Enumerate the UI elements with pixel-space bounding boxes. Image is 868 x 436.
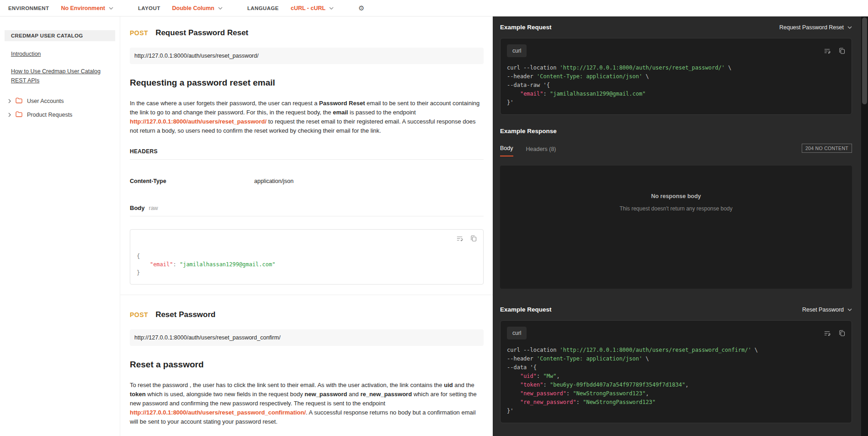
status-badge: 204 NO CONTENT	[802, 144, 852, 153]
layout-selector[interactable]: Double Column	[172, 5, 223, 11]
wrap-text-icon[interactable]	[824, 330, 831, 337]
sidebar-item-how-to-use[interactable]: How to Use Credmap User Catalog REST API…	[11, 67, 105, 85]
request-body-json: { "email": "jamilalhassan1299@gmail.com"…	[137, 252, 477, 277]
empty-response-title: No response body	[500, 193, 852, 199]
settings-gear-icon[interactable]: ⚙	[358, 5, 364, 11]
inline-link[interactable]: http://127.0.0.1:8000/auth/users/reset_p…	[130, 118, 266, 125]
section-heading: Requesting a password reset email	[130, 78, 484, 88]
response-body-empty: No response body This request doesn't re…	[500, 166, 852, 289]
request-body-code-block: { "email": "jamilalhassan1299@gmail.com"…	[130, 229, 484, 285]
description-paragraph: To reset the password , the user has to …	[130, 381, 484, 426]
example-panel: Example Request Request Password Reset c…	[493, 16, 861, 436]
collection-title[interactable]: CREDMAP USER CATALOG	[5, 30, 115, 41]
folder-icon	[16, 97, 22, 105]
copy-icon[interactable]	[470, 235, 477, 242]
endpoint-request-password-reset: POST Request Password Reset http://127.0…	[130, 28, 484, 285]
endpoint-reset-password: POST Reset Password http://127.0.0.1:800…	[130, 295, 484, 436]
docs-main-column: POST Request Password Reset http://127.0…	[120, 16, 493, 436]
tab-headers[interactable]: Headers (8)	[526, 146, 556, 156]
curl-code: curl --location 'http://127.0.0.1:8000/a…	[507, 64, 845, 107]
sidebar-folder-label: User Accounts	[27, 98, 64, 104]
language-selector[interactable]: cURL - cURL	[291, 5, 334, 11]
language-label: LANGUAGE	[247, 5, 279, 11]
wrap-text-icon[interactable]	[456, 235, 463, 242]
folder-icon	[16, 111, 22, 118]
sidebar-folder-user-accounts[interactable]: User Accounts	[0, 94, 120, 108]
endpoint-url: http://127.0.0.1:8000/auth/users/reset_p…	[130, 329, 484, 346]
scrollbar-thumb[interactable]	[862, 17, 867, 104]
example-request-heading: Example Request	[500, 24, 552, 31]
body-mode-label: raw	[149, 205, 158, 211]
empty-response-subtitle: This request doesn't return any response…	[500, 205, 852, 212]
endpoint-title: Reset Password	[155, 310, 215, 319]
layout-label: LAYOUT	[138, 5, 160, 11]
chevron-down-icon	[847, 308, 852, 311]
language-tab-curl[interactable]: curl	[507, 44, 527, 57]
example-request-heading: Example Request	[500, 306, 552, 313]
settings-toolbar: ENVIRONMENT No Environment LAYOUT Double…	[0, 0, 868, 16]
language-tab-curl[interactable]: curl	[507, 327, 527, 339]
tab-body[interactable]: Body	[500, 145, 513, 156]
chevron-down-icon	[847, 26, 852, 29]
header-value: application/json	[254, 178, 293, 184]
wrap-text-icon[interactable]	[824, 48, 831, 54]
chevron-down-icon	[329, 7, 334, 10]
http-method-badge: POST	[130, 29, 148, 37]
environment-label: ENVIRONMENT	[8, 5, 49, 11]
example-request-code-card: curl curl --location 'http://127.0.0.1:8…	[500, 320, 852, 423]
section-heading: Reset a password	[130, 360, 484, 370]
header-row: Content-Type application/json	[130, 178, 484, 184]
http-method-badge: POST	[130, 311, 148, 318]
chevron-right-icon[interactable]	[8, 99, 11, 103]
example-request-selector[interactable]: Request Password Reset	[779, 24, 852, 31]
body-section-label: Body raw	[130, 205, 484, 216]
docs-sidebar: CREDMAP USER CATALOG Introduction How to…	[0, 16, 120, 436]
example-request-selector[interactable]: Reset Password	[802, 307, 852, 313]
example-response-heading: Example Response	[500, 128, 557, 135]
chevron-down-icon	[109, 7, 113, 10]
endpoint-url: http://127.0.0.1:8000/auth/users/reset_p…	[130, 48, 484, 64]
description-paragraph: In the case where a user forgets their p…	[130, 99, 484, 135]
inline-link[interactable]: http://127.0.0.1:8000/auth/users/reset_p…	[130, 409, 306, 416]
sidebar-folder-label: Product Requests	[27, 112, 72, 118]
response-tabs: Body Headers (8) 204 NO CONTENT	[500, 144, 852, 156]
headers-section-label: HEADERS	[130, 148, 484, 160]
chevron-down-icon	[218, 7, 223, 10]
curl-code: curl --location 'http://127.0.0.1:8000/a…	[507, 346, 845, 415]
sidebar-item-introduction[interactable]: Introduction	[11, 49, 105, 59]
environment-selector[interactable]: No Environment	[61, 5, 113, 11]
scrollbar[interactable]	[861, 16, 868, 436]
sidebar-folder-product-requests[interactable]: Product Requests	[0, 108, 120, 122]
copy-icon[interactable]	[839, 330, 845, 337]
copy-icon[interactable]	[839, 48, 845, 54]
header-name: Content-Type	[130, 178, 254, 184]
endpoint-title: Request Password Reset	[155, 28, 248, 38]
chevron-right-icon[interactable]	[8, 113, 11, 117]
example-request-code-card: curl curl --location 'http://127.0.0.1:8…	[500, 38, 852, 115]
